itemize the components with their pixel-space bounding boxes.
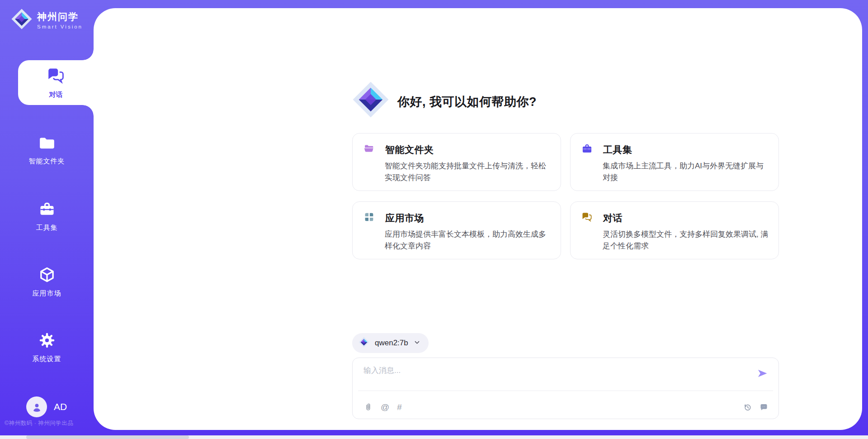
user-name: AD xyxy=(54,401,67,412)
toolbox-icon xyxy=(38,200,56,220)
model-selector[interactable]: qwen2:7b xyxy=(352,333,429,353)
card-chat[interactable]: 对话 灵活切换多模型文件，支持多样回复效果调试, 满足个性化需求 xyxy=(570,201,779,259)
horizontal-scrollbar-thumb[interactable] xyxy=(26,435,189,439)
card-app-market[interactable]: 应用市场 应用市场提供丰富长文本模板，助力高效生成多样化文章内容 xyxy=(352,201,561,259)
app-window: 你好, 我可以如何帮助你? 智能文件夹 智能文件夹功能支持批量文件上传与清洗，轻… xyxy=(0,0,868,439)
message-input[interactable] xyxy=(363,365,748,386)
sidebar-item-toolset[interactable]: 工具集 xyxy=(0,200,94,233)
folder-open-icon xyxy=(363,143,375,156)
avatar xyxy=(26,396,47,417)
sidebar-item-label: 智能文件夹 xyxy=(29,157,65,166)
sidebar-item-label: 对话 xyxy=(49,91,63,99)
user-account[interactable]: AD xyxy=(26,396,67,417)
main-content-panel: 你好, 我可以如何帮助你? 智能文件夹 智能文件夹功能支持批量文件上传与清洗，轻… xyxy=(94,8,862,430)
active-tab-fillet-top xyxy=(83,49,94,60)
chat-icon xyxy=(581,211,593,224)
card-toolset[interactable]: 工具集 集成市场上主流工具，助力AI与外界无缝扩展与对接 xyxy=(570,133,779,191)
brand-logo: 神州问学 Smart Vision xyxy=(11,8,83,32)
grid-icon xyxy=(363,211,375,224)
card-description: 集成市场上主流工具，助力AI与外界无缝扩展与对接 xyxy=(603,160,771,183)
sidebar-item-app-market[interactable]: 应用市场 xyxy=(0,266,94,299)
card-title: 智能文件夹 xyxy=(385,143,434,156)
sidebar-item-settings[interactable]: 系统设置 xyxy=(0,332,94,364)
model-name: qwen2:7b xyxy=(375,339,408,348)
card-title: 应用市场 xyxy=(385,212,424,224)
send-icon[interactable] xyxy=(756,367,769,381)
cube-icon xyxy=(38,266,56,285)
attachment-icon[interactable] xyxy=(363,402,373,412)
brand-name: 神州问学 xyxy=(37,10,83,23)
brand-gem-logo-large xyxy=(352,81,390,120)
sidebar-item-label: 系统设置 xyxy=(33,355,61,363)
card-description: 智能文件夹功能支持批量文件上传与清洗，轻松实现文件问答 xyxy=(385,160,553,183)
sidebar-item-smart-folder[interactable]: 智能文件夹 xyxy=(0,134,94,167)
mention-icon[interactable]: @ xyxy=(381,403,389,411)
brand-subtitle: Smart Vision xyxy=(37,24,83,29)
card-title: 对话 xyxy=(603,212,623,224)
history-icon[interactable] xyxy=(743,402,752,412)
chat-bubble-icon[interactable] xyxy=(759,402,769,412)
chevron-down-icon xyxy=(414,339,420,348)
composer-divider xyxy=(358,391,773,391)
gear-icon xyxy=(38,332,56,351)
sidebar-item-label: 工具集 xyxy=(36,224,58,232)
card-description: 应用市场提供丰富长文本模板，助力高效生成多样化文章内容 xyxy=(385,229,553,252)
chat-icon xyxy=(47,66,66,87)
toolbox-icon xyxy=(581,143,593,156)
message-composer: @ # xyxy=(352,358,779,419)
card-title: 工具集 xyxy=(603,143,632,156)
feature-cards: 智能文件夹 智能文件夹功能支持批量文件上传与清洗，轻松实现文件问答 xyxy=(352,133,779,259)
card-description: 灵活切换多模型文件，支持多样回复效果调试, 满足个性化需求 xyxy=(603,229,771,252)
sidebar-item-chat[interactable]: 对话 xyxy=(18,60,94,105)
folder-icon xyxy=(38,134,56,153)
model-logo xyxy=(359,337,369,349)
sidebar-item-label: 应用市场 xyxy=(33,289,61,298)
card-smart-folder[interactable]: 智能文件夹 智能文件夹功能支持批量文件上传与清洗，轻松实现文件问答 xyxy=(352,133,561,191)
active-tab-fillet-bottom xyxy=(83,105,94,116)
hash-icon[interactable]: # xyxy=(397,403,402,411)
copyright-footer: ©神州数码 · 神州问学出品 xyxy=(5,420,73,427)
horizontal-scrollbar-track[interactable] xyxy=(0,435,868,439)
brand-gem-icon xyxy=(11,8,33,32)
greeting-title: 你好, 我可以如何帮助你? xyxy=(397,94,537,110)
